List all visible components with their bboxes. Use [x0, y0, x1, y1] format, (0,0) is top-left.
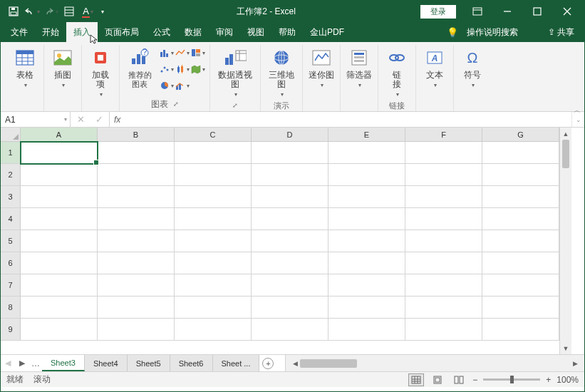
cell-F3[interactable] — [405, 186, 482, 208]
close-button[interactable] — [553, 1, 581, 22]
cell-D9[interactable] — [252, 319, 328, 341]
cell-D4[interactable] — [252, 208, 328, 230]
cell-C2[interactable] — [175, 164, 252, 186]
cell-B4[interactable] — [98, 208, 175, 230]
view-page-layout-button[interactable] — [430, 373, 445, 386]
chart-pie-button[interactable]: ▾ — [158, 78, 174, 93]
column-header-G[interactable]: G — [482, 128, 559, 142]
pivotchart-button[interactable]: 数据透视图▾ — [214, 45, 256, 100]
row-header-5[interactable]: 5 — [1, 230, 21, 252]
chart-combo-button[interactable]: ▾ — [174, 78, 190, 93]
cancel-formula-button[interactable]: ✕ — [73, 113, 88, 127]
cell-C3[interactable] — [175, 186, 252, 208]
login-button[interactable]: 登录 — [420, 5, 456, 19]
cell-G2[interactable] — [482, 164, 559, 186]
qat-form[interactable] — [61, 3, 78, 20]
illustrations-button[interactable]: 插图▾ — [48, 45, 77, 91]
cell-F2[interactable] — [405, 164, 482, 186]
cell-F1[interactable] — [405, 142, 482, 164]
tell-me-search[interactable]: 操作说明搜索 — [467, 26, 518, 38]
column-header-D[interactable]: D — [252, 128, 328, 142]
select-all-button[interactable] — [1, 128, 21, 142]
cell-C1[interactable] — [175, 142, 252, 164]
cell-F8[interactable] — [405, 296, 482, 319]
share-button[interactable]: ⇪ 共享 — [548, 26, 574, 38]
zoom-slider[interactable] — [483, 378, 540, 381]
cell-C6[interactable] — [175, 252, 252, 274]
cell-D2[interactable] — [252, 164, 328, 186]
cell-A3[interactable] — [21, 186, 98, 208]
fx-icon[interactable]: fx — [110, 112, 125, 127]
column-header-C[interactable]: C — [175, 128, 252, 142]
name-box[interactable]: A1▾ — [1, 112, 71, 127]
cell-G5[interactable] — [482, 230, 559, 252]
vertical-scrollbar[interactable]: ▲▼ — [559, 128, 571, 354]
tab-开始[interactable]: 开始 — [35, 22, 66, 42]
cell-D3[interactable] — [252, 186, 328, 208]
cell-B6[interactable] — [98, 252, 175, 274]
formula-bar[interactable] — [125, 112, 571, 127]
addins-button[interactable]: 加载 项▾ — [86, 45, 115, 100]
cell-C7[interactable] — [175, 274, 252, 296]
cell-C4[interactable] — [175, 208, 252, 230]
sheet-nav-more[interactable]: … — [29, 355, 42, 371]
sheet-tab-Sheet ...[interactable]: Sheet ... — [213, 355, 260, 371]
cell-B5[interactable] — [98, 230, 175, 252]
view-normal-button[interactable] — [408, 373, 424, 386]
cell-A2[interactable] — [21, 164, 98, 186]
row-header-7[interactable]: 7 — [1, 274, 21, 296]
cell-F7[interactable] — [405, 274, 482, 296]
column-header-B[interactable]: B — [98, 128, 175, 142]
link-button[interactable]: 链 接▾ — [383, 45, 411, 100]
cell-B8[interactable] — [98, 296, 175, 319]
row-header-6[interactable]: 6 — [1, 252, 21, 274]
cell-B2[interactable] — [98, 164, 175, 186]
cell-B9[interactable] — [98, 319, 175, 341]
cell-G9[interactable] — [482, 319, 559, 341]
tables-button[interactable]: 表格▾ — [11, 45, 39, 91]
enter-formula-button[interactable]: ✓ — [92, 113, 106, 127]
sheet-nav-next[interactable]: ▶ — [15, 355, 29, 371]
cell-F4[interactable] — [405, 208, 482, 230]
cell-G8[interactable] — [482, 296, 559, 319]
minimize-button[interactable] — [493, 1, 522, 22]
zoom-in-button[interactable]: + — [546, 375, 551, 385]
row-header-2[interactable]: 2 — [1, 164, 21, 186]
cell-C5[interactable] — [175, 230, 252, 252]
qat-customize[interactable]: ▾ — [98, 3, 108, 20]
cell-B7[interactable] — [98, 274, 175, 296]
pivot-dialog-launcher[interactable]: ⤢ — [232, 102, 238, 109]
cell-E6[interactable] — [328, 252, 405, 274]
tab-帮助[interactable]: 帮助 — [271, 22, 303, 42]
row-header-3[interactable]: 3 — [1, 186, 21, 208]
row-header-1[interactable]: 1 — [1, 142, 21, 164]
cell-G3[interactable] — [482, 186, 559, 208]
cell-E7[interactable] — [328, 274, 405, 296]
sheet-tab-Sheet3[interactable]: Sheet3 — [42, 355, 85, 371]
column-header-F[interactable]: F — [405, 128, 482, 142]
cell-C9[interactable] — [175, 319, 252, 341]
cell-F5[interactable] — [405, 230, 482, 252]
chart-scatter-button[interactable]: ▾ — [158, 61, 174, 77]
sheet-tab-Sheet4[interactable]: Sheet4 — [85, 355, 128, 371]
new-sheet-button[interactable]: + — [259, 355, 276, 371]
cell-G4[interactable] — [482, 208, 559, 230]
cell-E4[interactable] — [328, 208, 405, 230]
qat-save[interactable] — [5, 3, 22, 20]
cell-E3[interactable] — [328, 186, 405, 208]
cell-G7[interactable] — [482, 274, 559, 296]
qat-undo[interactable]: ▾ — [24, 3, 41, 20]
qat-redo[interactable]: ▾ — [42, 3, 59, 20]
qat-font-color[interactable]: A▾ — [79, 3, 96, 20]
cell-E2[interactable] — [328, 164, 405, 186]
ribbon-display-options[interactable] — [463, 1, 492, 22]
cell-D8[interactable] — [252, 296, 328, 319]
tab-插入[interactable]: 插入 — [66, 22, 98, 42]
cell-D6[interactable] — [252, 252, 328, 274]
cell-A7[interactable] — [21, 274, 98, 296]
sheet-tab-Sheet6[interactable]: Sheet6 — [170, 355, 213, 371]
row-header-8[interactable]: 8 — [1, 296, 21, 319]
tab-金山PDF[interactable]: 金山PDF — [303, 22, 351, 42]
cell-E1[interactable] — [328, 142, 405, 164]
cell-D1[interactable] — [252, 142, 328, 164]
